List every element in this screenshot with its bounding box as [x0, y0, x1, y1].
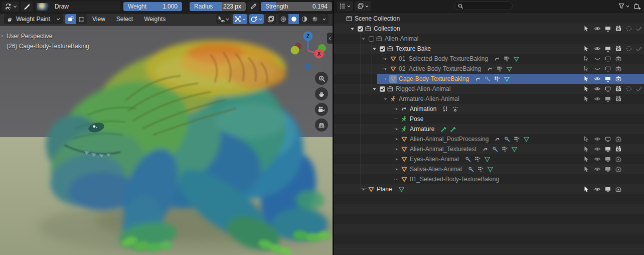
camera-view-button[interactable]	[315, 103, 328, 116]
outliner-row[interactable]: 01_Selected-Body-TextureBaking	[334, 174, 644, 184]
outliner-row[interactable]: Alien-Animal	[334, 34, 644, 44]
outliner-row[interactable]: Alien-Animal_Texturetest	[334, 144, 644, 154]
outliner-row[interactable]: Texture Bake	[334, 44, 644, 54]
expander[interactable]	[392, 175, 400, 183]
eye-toggle-icon[interactable]	[594, 166, 601, 173]
brush-selector[interactable]: Draw	[35, 2, 120, 12]
new-collection-button[interactable]	[632, 1, 642, 11]
editor-type-button[interactable]	[2, 2, 19, 12]
cursor-toggle-icon[interactable]	[583, 95, 590, 102]
expander[interactable]	[381, 95, 389, 103]
eye-toggle-icon[interactable]	[594, 95, 601, 102]
zoom-button[interactable]	[315, 72, 328, 85]
camera-x-toggle-icon[interactable]	[615, 55, 622, 62]
outliner-row[interactable]: Armature	[334, 124, 644, 134]
mode-selector[interactable]: Weight Paint	[4, 14, 63, 24]
cursor-toggle-icon[interactable]	[583, 85, 590, 92]
eye-toggle-icon[interactable]	[594, 136, 601, 143]
menu-weights[interactable]: Weights	[142, 14, 168, 24]
outliner-editor-type-button[interactable]	[337, 1, 353, 11]
indirect-toggle-icon[interactable]	[635, 45, 642, 52]
expander[interactable]	[392, 155, 400, 163]
expander[interactable]	[392, 165, 400, 173]
menu-view[interactable]: View	[90, 14, 107, 24]
radius-pressure-button[interactable]	[247, 2, 259, 12]
outliner-row[interactable]: Saliva-Alien-Animal	[334, 164, 644, 174]
outliner-search[interactable]	[454, 2, 513, 10]
holdout-toggle-icon[interactable]	[625, 85, 632, 92]
shading-wireframe-button[interactable]	[278, 14, 288, 24]
display-mode-button[interactable]	[355, 1, 371, 11]
shading-solid-button[interactable]	[288, 14, 299, 24]
eye-closed-toggle-icon[interactable]	[594, 55, 601, 62]
outliner-row[interactable]: Pose	[334, 114, 644, 124]
outliner-row[interactable]: Collection	[334, 24, 644, 34]
camera-toggle-icon[interactable]	[615, 25, 622, 32]
shading-rendered-button[interactable]	[309, 14, 320, 24]
cursor-toggle-icon[interactable]	[583, 146, 590, 153]
holdout-toggle-icon[interactable]	[625, 45, 632, 52]
screen-toggle-icon[interactable]	[604, 65, 611, 72]
face-mask-toggle[interactable]	[65, 14, 76, 24]
cursor-toggle-icon[interactable]	[583, 156, 590, 163]
object-type-visibility-button[interactable]	[216, 14, 231, 24]
camera-toggle-icon[interactable]	[615, 45, 622, 52]
collection-checkbox[interactable]	[356, 25, 364, 33]
screen-toggle-icon[interactable]	[604, 85, 611, 92]
expander[interactable]	[392, 125, 400, 133]
cursor-toggle-icon[interactable]	[583, 75, 590, 82]
outliner-row[interactable]: Scene Collection	[334, 14, 644, 24]
outliner-row[interactable]: 02_Active-Body-TextureBaking	[334, 64, 644, 74]
camera-x-toggle-icon[interactable]	[615, 75, 622, 82]
perspective-toggle-button[interactable]	[315, 118, 328, 132]
expander[interactable]	[370, 85, 378, 93]
expander[interactable]	[392, 145, 400, 153]
screen-toggle-icon[interactable]	[604, 186, 611, 193]
viewport-canvas[interactable]: User Perspective (26) Cage-Body-TextureB…	[0, 26, 333, 255]
cursor-toggle-icon[interactable]	[583, 45, 590, 52]
collection-checkbox[interactable]	[378, 45, 386, 53]
camera-x-toggle-icon[interactable]	[615, 186, 622, 193]
indirect-toggle-icon[interactable]	[635, 85, 642, 92]
camera-toggle-icon[interactable]	[615, 146, 622, 153]
outliner-row[interactable]: Rigged-Alien-Animal	[334, 84, 644, 94]
outliner-row[interactable]: Armature-Alien-Animal	[334, 94, 644, 104]
screen-toggle-icon[interactable]	[604, 156, 611, 163]
screen-toggle-icon[interactable]	[604, 45, 611, 52]
vertex-mask-toggle[interactable]	[76, 14, 87, 24]
shading-dropdown-button[interactable]	[320, 14, 329, 24]
eye-toggle-icon[interactable]	[594, 156, 601, 163]
screen-toggle-icon[interactable]	[604, 75, 611, 82]
expander[interactable]	[381, 75, 389, 83]
screen-toggle-icon[interactable]	[604, 136, 611, 143]
expander[interactable]	[381, 65, 389, 73]
filter-button[interactable]	[616, 1, 632, 11]
expander[interactable]	[359, 35, 367, 43]
screen-toggle-icon[interactable]	[604, 95, 611, 102]
expander[interactable]	[370, 45, 378, 53]
radius-slider[interactable]: Radius 223 px	[190, 2, 246, 11]
eye-closed-toggle-icon[interactable]	[594, 65, 601, 72]
camera-x-toggle-icon[interactable]	[615, 65, 622, 72]
screen-toggle-icon[interactable]	[604, 55, 611, 62]
outliner-row[interactable]: Plane	[334, 184, 644, 194]
eye-toggle-icon[interactable]	[594, 75, 601, 82]
expander[interactable]	[381, 55, 389, 63]
screen-toggle-icon[interactable]	[604, 146, 611, 153]
eye-toggle-icon[interactable]	[594, 25, 601, 32]
collection-checkbox[interactable]	[378, 85, 386, 93]
outliner-row[interactable]: Animation	[334, 104, 644, 114]
shading-material-button[interactable]	[299, 14, 309, 24]
camera-toggle-icon[interactable]	[615, 95, 622, 102]
toolbar-expand-arrow[interactable]: ›	[1, 32, 3, 39]
eye-toggle-icon[interactable]	[594, 186, 601, 193]
eye-toggle-icon[interactable]	[594, 146, 601, 153]
menu-select[interactable]: Select	[114, 14, 135, 24]
expander[interactable]	[348, 25, 356, 33]
screen-toggle-icon[interactable]	[604, 25, 611, 32]
cursor-toggle-icon[interactable]	[583, 186, 590, 193]
eye-toggle-icon[interactable]	[594, 45, 601, 52]
indirect-toggle-icon[interactable]	[635, 25, 642, 32]
expander[interactable]	[392, 105, 400, 113]
camera-toggle-icon[interactable]	[615, 85, 622, 92]
